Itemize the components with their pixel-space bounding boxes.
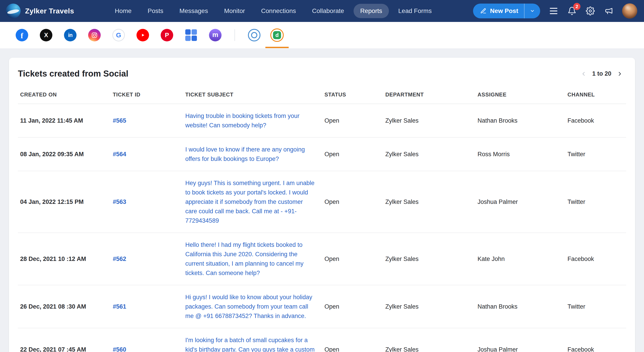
- table-row: 08 Jan, 2022 09:35 AM #564 I would love …: [18, 138, 626, 171]
- table-row: 22 Dec, 2021 07 :45 AM #560 I'm looking …: [18, 328, 626, 352]
- channel-cell: Twitter: [568, 171, 626, 233]
- ticket-subject-link[interactable]: I would love to know if there are any on…: [185, 146, 305, 162]
- chevron-left-icon: [580, 71, 587, 77]
- created-on-cell: 22 Dec, 2021 07 :45 AM: [18, 328, 113, 352]
- pencil-icon: [480, 8, 486, 14]
- table-row: 11 Jan, 2022 11:45 AM #565 Having troubl…: [18, 104, 626, 138]
- ticket-subject-link[interactable]: I'm looking for a batch of small cupcake…: [185, 337, 314, 352]
- nav-item-posts[interactable]: Posts: [141, 4, 170, 18]
- report-header: Tickets created from Social 1 to 20: [18, 58, 626, 92]
- pinterest-channel-icon[interactable]: [161, 29, 173, 42]
- created-on-cell: 08 Jan, 2022 09:35 AM: [18, 138, 113, 171]
- nav-item-collaborate[interactable]: Collaborate: [305, 4, 351, 18]
- assignee-cell: Nathan Brooks: [478, 104, 568, 138]
- menu-button[interactable]: [549, 6, 558, 16]
- google-my-business-channel-icon[interactable]: [112, 29, 125, 42]
- nav-item-connections[interactable]: Connections: [254, 4, 303, 18]
- channel-cell: Facebook: [568, 233, 626, 285]
- ticket-id-link[interactable]: #561: [113, 303, 126, 310]
- announcements-button[interactable]: [604, 6, 614, 16]
- ticket-id-cell: #560: [113, 328, 185, 352]
- nav-item-reports[interactable]: Reports: [354, 4, 389, 18]
- nav-item-monitor[interactable]: Monitor: [217, 4, 252, 18]
- pagination-range: 1 to 20: [592, 70, 611, 77]
- col-header-channel: CHANNEL: [568, 92, 626, 104]
- zoho-crm-tab-icon[interactable]: [248, 29, 260, 42]
- status-cell: Open: [324, 285, 385, 328]
- linkedin-channel-icon[interactable]: [64, 29, 76, 42]
- nav-item-lead-forms[interactable]: Lead Forms: [392, 4, 438, 18]
- ticket-id-cell: #561: [113, 285, 185, 328]
- navbar-actions: New Post 2: [473, 3, 637, 18]
- pagination-next-button[interactable]: [616, 70, 624, 78]
- assignee-cell: Kate John: [478, 233, 568, 285]
- notification-badge: 2: [573, 3, 580, 10]
- channel-cell: Twitter: [568, 138, 626, 171]
- notifications-button[interactable]: 2: [567, 6, 577, 16]
- col-header-ticket-subject: TICKET SUBJECT: [185, 92, 324, 104]
- department-cell: Zylker Sales: [385, 285, 478, 328]
- ticket-subject-cell: I would love to know if there are any on…: [185, 138, 324, 171]
- zoho-desk-tab-icon-active[interactable]: [270, 28, 284, 42]
- status-cell: Open: [324, 104, 385, 138]
- ticket-subject-link[interactable]: Hey guys! This is something urgent. I am…: [185, 180, 314, 224]
- col-header-ticket-id: TICKET ID: [113, 92, 185, 104]
- report-card: Tickets created from Social 1 to 20 CREA…: [9, 58, 635, 352]
- chevron-down-icon: [530, 8, 535, 14]
- new-post-main[interactable]: New Post: [473, 4, 524, 18]
- nav-item-messages[interactable]: Messages: [173, 4, 215, 18]
- ticket-subject-link[interactable]: Hello there! I had my flight tickets boo…: [185, 242, 304, 276]
- channel-cell: Facebook: [568, 328, 626, 352]
- mastodon-channel-icon[interactable]: [209, 29, 222, 42]
- status-cell: Open: [324, 328, 385, 352]
- table-row: 04 Jan, 2022 12:15 PM #563 Hey guys! Thi…: [18, 171, 626, 233]
- settings-button[interactable]: [585, 6, 595, 16]
- ticket-id-link[interactable]: #565: [113, 117, 126, 124]
- status-cell: Open: [324, 138, 385, 171]
- channel-cell: Facebook: [568, 104, 626, 138]
- instagram-channel-icon[interactable]: [88, 29, 101, 42]
- col-header-created-on: CREATED ON: [18, 92, 113, 104]
- ticket-subject-link[interactable]: Hi guys! I would like to know about your…: [185, 294, 312, 319]
- brand: Zylker Travels: [6, 4, 74, 18]
- ticket-subject-cell: I'm looking for a batch of small cupcake…: [185, 328, 324, 352]
- user-avatar[interactable]: [622, 3, 637, 18]
- department-cell: Zylker Sales: [385, 328, 478, 352]
- created-on-cell: 04 Jan, 2022 12:15 PM: [18, 171, 113, 233]
- facebook-channel-icon[interactable]: [16, 29, 28, 42]
- gear-icon: [586, 6, 595, 16]
- assignee-cell: Nathan Brooks: [478, 285, 568, 328]
- status-cell: Open: [324, 233, 385, 285]
- department-cell: Zylker Sales: [385, 171, 478, 233]
- brand-logo[interactable]: [6, 4, 20, 18]
- ticket-id-cell: #564: [113, 138, 185, 171]
- col-header-department: DEPARTMENT: [385, 92, 478, 104]
- ticket-subject-link[interactable]: Having trouble in booking tickets from y…: [185, 112, 300, 129]
- table-row: 28 Dec, 2021 10 :12 AM #562 Hello there!…: [18, 233, 626, 285]
- ticket-id-link[interactable]: #562: [113, 256, 126, 262]
- hamburger-icon: [550, 8, 558, 14]
- col-header-status: STATUS: [324, 92, 385, 104]
- ticket-id-link[interactable]: #563: [113, 198, 126, 205]
- ticket-subject-cell: Hi guys! I would like to know about your…: [185, 285, 324, 328]
- nav-item-home[interactable]: Home: [108, 4, 138, 18]
- ticket-id-link[interactable]: #564: [113, 151, 126, 158]
- ticket-subject-cell: Hello there! I had my flight tickets boo…: [185, 233, 324, 285]
- assignee-cell: Joshua Palmer: [478, 171, 568, 233]
- created-on-cell: 11 Jan, 2022 11:45 AM: [18, 104, 113, 138]
- channel-cell: Twitter: [568, 285, 626, 328]
- app-grid-channel-icon[interactable]: [185, 29, 197, 42]
- new-post-caret-button[interactable]: [524, 4, 540, 18]
- x-twitter-channel-icon[interactable]: [40, 29, 52, 42]
- primary-nav: Home Posts Messages Monitor Connections …: [108, 4, 438, 18]
- department-cell: Zylker Sales: [385, 138, 478, 171]
- pagination-prev-button[interactable]: [580, 70, 587, 78]
- ticket-id-link[interactable]: #560: [113, 346, 126, 352]
- table-header-row: CREATED ON TICKET ID TICKET SUBJECT STAT…: [18, 92, 626, 104]
- report-title: Tickets created from Social: [18, 69, 128, 78]
- youtube-channel-icon[interactable]: [136, 29, 149, 42]
- channel-bar: [0, 22, 644, 48]
- chevron-right-icon: [617, 71, 623, 77]
- new-post-button[interactable]: New Post: [473, 4, 540, 18]
- top-navbar: Zylker Travels Home Posts Messages Monit…: [0, 0, 644, 22]
